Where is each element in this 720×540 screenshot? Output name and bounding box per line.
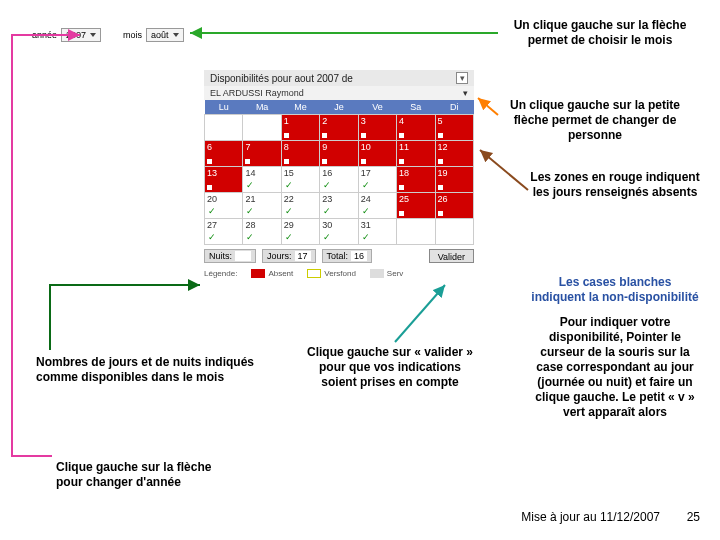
- year-label: année: [32, 30, 57, 40]
- calendar-cell[interactable]: 27✓: [205, 219, 243, 245]
- svg-line-2: [480, 150, 528, 190]
- calendar-cell[interactable]: 5: [435, 115, 473, 141]
- weekday-header: Sa: [397, 100, 435, 115]
- calendar-table: LuMaMeJeVeSaDi 1234567891011121314✓15✓16…: [204, 100, 474, 245]
- month-label: mois: [123, 30, 142, 40]
- annotation-month-arrow: Un clique gauche sur la flèche permet de…: [500, 18, 700, 48]
- calendar-cell[interactable]: 9: [320, 141, 358, 167]
- validate-button[interactable]: Valider: [429, 249, 474, 263]
- year-dropdown[interactable]: année 2007: [32, 28, 101, 42]
- calendar-cell[interactable]: 25: [397, 193, 435, 219]
- calendar-cell[interactable]: 14✓: [243, 167, 281, 193]
- calendar-cell[interactable]: 11: [397, 141, 435, 167]
- calendar-cell[interactable]: 21✓: [243, 193, 281, 219]
- annotation-validate: Clique gauche sur « valider » pour que v…: [305, 345, 475, 390]
- calendar-footer: Nuits: Jours: Total: Valider: [204, 249, 474, 263]
- svg-line-1: [478, 98, 498, 115]
- nights-input[interactable]: [235, 251, 251, 261]
- month-dropdown[interactable]: mois août: [123, 28, 184, 42]
- annotation-white-cells: Les cases blanches indiquent la non-disp…: [530, 275, 700, 420]
- footer-date: Mise à jour au 11/12/2007: [521, 510, 660, 524]
- calendar-cell[interactable]: 7: [243, 141, 281, 167]
- calendar-cell[interactable]: [205, 115, 243, 141]
- calendar-person: EL ARDUSSI Raymond: [210, 88, 304, 98]
- year-value: 2007: [66, 30, 86, 40]
- calendar-cell[interactable]: 15✓: [281, 167, 319, 193]
- total-input[interactable]: [351, 251, 367, 261]
- calendar-cell[interactable]: [243, 115, 281, 141]
- calendar-title-bar: Disponibilités pour aout 2007 de ▾: [204, 70, 474, 86]
- calendar-cell[interactable]: 1: [281, 115, 319, 141]
- calendar-cell[interactable]: 19: [435, 167, 473, 193]
- calendar-nav-button[interactable]: ▾: [456, 72, 468, 84]
- month-value: août: [151, 30, 169, 40]
- svg-line-3: [395, 285, 445, 342]
- calendar-title: Disponibilités pour aout 2007 de: [210, 73, 353, 84]
- weekday-header: Lu: [205, 100, 243, 115]
- calendar-cell[interactable]: 20✓: [205, 193, 243, 219]
- chevron-down-icon: [90, 33, 96, 37]
- calendar-cell[interactable]: 29✓: [281, 219, 319, 245]
- calendar-cell[interactable]: 6: [205, 141, 243, 167]
- weekday-header: Ma: [243, 100, 281, 115]
- annotation-red-zones: Les zones en rouge indiquent les jours r…: [530, 170, 700, 200]
- calendar-cell[interactable]: 30✓: [320, 219, 358, 245]
- days-input[interactable]: [295, 251, 311, 261]
- annotation-white-body: Pour indiquer votre disponibilité, Point…: [530, 315, 700, 420]
- nights-chip: Nuits:: [204, 249, 256, 263]
- days-chip: Jours:: [262, 249, 316, 263]
- annotation-person-arrow: Un clique gauche sur la petite flèche pe…: [500, 98, 690, 143]
- annotation-days-nights: Nombres de jours et de nuits indiqués co…: [36, 355, 266, 385]
- weekday-header: Ve: [358, 100, 396, 115]
- annotation-year-arrow: Clique gauche sur la flèche pour changer…: [56, 460, 236, 490]
- calendar-cell[interactable]: 22✓: [281, 193, 319, 219]
- calendar-cell[interactable]: 28✓: [243, 219, 281, 245]
- chevron-down-icon: [173, 33, 179, 37]
- calendar-cell[interactable]: 8: [281, 141, 319, 167]
- calendar-cell[interactable]: 23✓: [320, 193, 358, 219]
- calendar-cell[interactable]: 13: [205, 167, 243, 193]
- calendar-cell[interactable]: 18: [397, 167, 435, 193]
- calendar-cell[interactable]: 3: [358, 115, 396, 141]
- person-change-arrow[interactable]: ▾: [463, 88, 468, 98]
- calendar: Disponibilités pour aout 2007 de ▾ EL AR…: [204, 70, 474, 278]
- dropdown-row: année 2007 mois août: [32, 28, 184, 42]
- weekday-header: Di: [435, 100, 473, 115]
- page-number: 25: [687, 510, 700, 524]
- swatch-versfond: [307, 269, 321, 278]
- calendar-cell[interactable]: 2: [320, 115, 358, 141]
- calendar-cell[interactable]: 10: [358, 141, 396, 167]
- calendar-cell[interactable]: 12: [435, 141, 473, 167]
- swatch-absent: [251, 269, 265, 278]
- weekday-header: Me: [281, 100, 319, 115]
- weekday-header: Je: [320, 100, 358, 115]
- calendar-cell[interactable]: 16✓: [320, 167, 358, 193]
- swatch-serv: [370, 269, 384, 278]
- calendar-legend: Légende: Absent Versfond Serv: [204, 269, 474, 278]
- calendar-cell[interactable]: 17✓: [358, 167, 396, 193]
- calendar-cell[interactable]: [435, 219, 473, 245]
- calendar-cell[interactable]: 24✓: [358, 193, 396, 219]
- annotation-white-title: Les cases blanches indiquent la non-disp…: [530, 275, 700, 305]
- total-chip: Total:: [322, 249, 373, 263]
- calendar-cell[interactable]: 4: [397, 115, 435, 141]
- legend-label: Légende:: [204, 269, 237, 278]
- calendar-cell[interactable]: 26: [435, 193, 473, 219]
- calendar-cell[interactable]: 31✓: [358, 219, 396, 245]
- calendar-person-bar: EL ARDUSSI Raymond ▾: [204, 86, 474, 100]
- calendar-cell[interactable]: [397, 219, 435, 245]
